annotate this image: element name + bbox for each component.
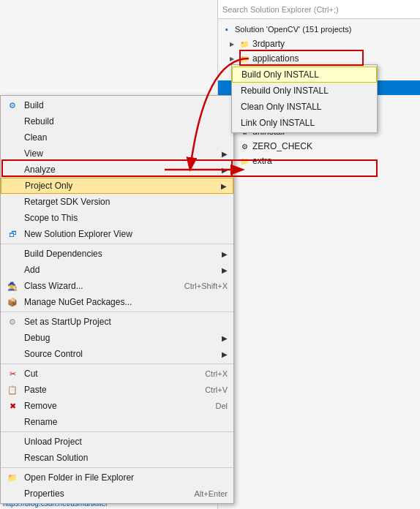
menu-item-label: Clean [24,132,47,143]
shortcut-label: Ctrl+Shift+X [184,282,228,290]
separator [1,467,233,468]
separator [1,431,233,432]
menu-item-label: Manage NuGet Packages... [24,297,132,307]
menu-item-label: Project Only [25,181,72,191]
menu-item-source-control[interactable]: Source Control ▶ [1,346,233,362]
submenu-item-link-only[interactable]: Link Only INSTALL [232,115,377,131]
search-bar[interactable]: Search Solution Explorer (Ctrl+;) [218,0,420,19]
menu-item-analyze[interactable]: Analyze ▶ [1,162,233,178]
menu-item-rescan[interactable]: Rescan Solution [1,450,233,466]
submenu-item-label: Build Only INSTALL [241,69,319,80]
expand-arrow: ▶ [230,41,239,48]
menu-item-label: Analyze [24,165,56,175]
menu-item-label: Scope to This [24,213,78,223]
menu-item-label: Paste [24,385,47,395]
menu-item-label: Debug [24,333,50,343]
menu-item-remove[interactable]: ✖ Remove Del [1,398,233,414]
menu-item-label: Cut [24,369,38,379]
menu-item-startup[interactable]: ⚙ Set as StartUp Project [1,314,233,330]
menu-item-label: Open Folder in File Explorer [24,472,134,483]
cut-icon: ✂ [5,369,20,379]
submenu-arrow: ▶ [222,266,228,274]
tree-item-applications[interactable]: ▶ 📁 applications [218,51,420,66]
separator [1,363,233,364]
search-input[interactable]: Search Solution Explorer (Ctrl+;) [222,5,416,14]
menu-item-new-se-view[interactable]: 🗗 New Solution Explorer View [1,226,233,242]
menu-item-retarget[interactable]: Retarget SDK Version [1,194,233,210]
new-view-icon: 🗗 [5,230,20,238]
menu-item-view[interactable]: View ▶ [1,146,233,162]
menu-item-paste[interactable]: 📋 Paste Ctrl+V [1,382,233,398]
startup-icon: ⚙ [5,317,20,327]
menu-item-nuget[interactable]: 📦 Manage NuGet Packages... [1,294,233,310]
submenu-item-label: Rebuild Only INSTALL [241,86,329,96]
remove-icon: ✖ [5,401,20,411]
menu-item-properties[interactable]: Properties Alt+Enter [1,486,233,502]
solution-root-item[interactable]: ▪ Solution 'OpenCV' (151 projects) [218,22,420,37]
menu-item-unload[interactable]: Unload Project [1,434,233,450]
context-menu: ⚙ Build Rebuild Clean View ▶ Analyze ▶ P… [0,95,234,504]
menu-item-label: Rename [24,417,57,427]
menu-item-class-wizard[interactable]: 🧙 Class Wizard... Ctrl+Shift+X [1,278,233,294]
folder-icon: 📁 [239,38,250,50]
menu-item-label: New Solution Explorer View [24,229,132,239]
menu-item-label: Rebuild [24,116,54,127]
menu-item-label: Retarget SDK Version [24,197,110,207]
menu-item-label: Rescan Solution [24,453,88,463]
submenu-arrow: ▶ [222,150,228,158]
menu-item-cut[interactable]: ✂ Cut Ctrl+X [1,366,233,382]
menu-item-open-folder[interactable]: 📁 Open Folder in File Explorer [1,470,233,486]
menu-item-rename[interactable]: Rename [1,414,233,430]
tree-item-3rdparty[interactable]: ▶ 📁 3rdparty [218,37,420,51]
tree-item-extra[interactable]: ▶ 📁 extra [218,154,420,168]
submenu-item-label: Clean Only INSTALL [241,102,322,112]
menu-item-label: Add [24,265,40,275]
submenu-arrow: ▶ [222,250,228,258]
menu-item-label: Set as StartUp Project [24,317,111,327]
shortcut-label: Ctrl+X [205,369,228,378]
menu-item-label: View [24,148,43,159]
submenu-arrow: ▶ [221,182,227,190]
menu-item-label: Unload Project [24,437,82,447]
menu-item-build-deps[interactable]: Build Dependencies ▶ [1,246,233,262]
nuget-icon: 📦 [5,298,20,307]
menu-item-label: Remove [24,401,57,411]
item-label: applications [252,53,299,64]
cmake-icon: ⚙ [239,140,250,152]
submenu-item-clean-only[interactable]: Clean Only INSTALL [232,99,377,115]
submenu-arrow: ▶ [222,350,228,358]
menu-item-add[interactable]: Add ▶ [1,262,233,278]
solution-label: Solution 'OpenCV' (151 projects) [235,25,352,34]
menu-item-label: Source Control [24,349,83,359]
menu-item-debug[interactable]: Debug ▶ [1,330,233,346]
menu-item-scope[interactable]: Scope to This [1,210,233,226]
build-icon: ⚙ [5,101,20,110]
separator [1,312,233,312]
project-only-submenu: Build Only INSTALL Rebuild Only INSTALL … [231,64,378,133]
class-wizard-icon: 🧙 [5,282,20,291]
menu-item-rebuild[interactable]: Rebuild [1,113,233,129]
submenu-arrow: ▶ [222,334,228,342]
folder-icon: 📁 [239,155,250,167]
menu-item-label: Properties [24,489,64,499]
item-label: 3rdparty [252,39,285,49]
separator [1,244,233,244]
menu-item-label: Class Wizard... [24,281,83,291]
menu-item-build[interactable]: ⚙ Build [1,97,233,113]
submenu-item-label: Link Only INSTALL [241,118,315,128]
submenu-item-rebuild-only[interactable]: Rebuild Only INSTALL [232,83,377,99]
open-folder-icon: 📁 [5,473,20,483]
submenu-arrow: ▶ [222,166,228,174]
expand-arrow: ▶ [230,56,239,62]
paste-icon: 📋 [5,385,20,395]
shortcut-label: Alt+Enter [194,489,228,498]
menu-item-clean[interactable]: Clean [1,129,233,146]
tree-item-zero-check[interactable]: ⚙ ZERO_CHECK [218,139,420,154]
solution-icon: ▪ [221,23,233,35]
submenu-item-build-only[interactable]: Build Only INSTALL [232,67,377,83]
item-label: ZERO_CHECK [252,141,312,151]
menu-item-label: Build [24,100,44,110]
menu-item-project-only[interactable]: Project Only ▶ [1,178,233,194]
folder-icon: 📁 [239,53,250,64]
menu-item-label: Build Dependencies [24,249,102,259]
